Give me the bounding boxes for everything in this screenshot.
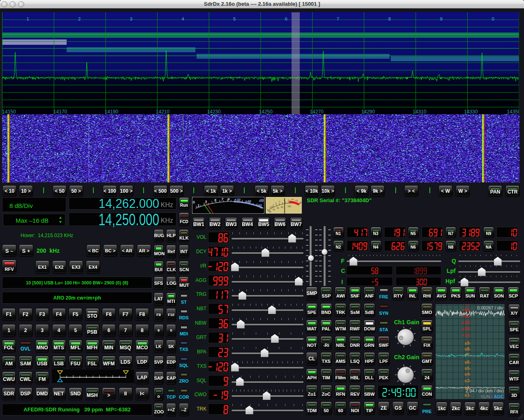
svg-text:1: 1 <box>26 16 29 21</box>
svg-text:40: 40 <box>273 208 275 211</box>
svg-text:s6-: s6- <box>464 360 471 365</box>
svg-text:+30-: +30- <box>462 320 471 325</box>
svg-text:8: 8 <box>388 16 391 21</box>
svg-text:S: S <box>192 200 195 204</box>
svg-text:2.94 / div (km / div): 2.94 / div (km / div) <box>466 388 504 393</box>
svg-text:+60: +60 <box>256 203 262 208</box>
svg-text:+20-: +20- <box>462 326 471 331</box>
svg-text:SUN / AGC: SUN / AGC <box>480 394 504 399</box>
svg-text:14150: 14150 <box>2 109 16 114</box>
svg-text:100: 100 <box>288 205 291 208</box>
svg-text:20: 20 <box>269 210 271 213</box>
svg-text:1: 1 <box>197 203 199 208</box>
svg-text:5: 5 <box>233 16 236 21</box>
svg-text:9: 9 <box>440 16 443 21</box>
svg-text:80: 80 <box>281 206 283 208</box>
svg-text:2: 2 <box>78 16 81 21</box>
svg-text:+10-: +10- <box>462 333 471 338</box>
svg-text:14310: 14310 <box>413 109 427 114</box>
svg-text:+40: +40 <box>245 199 251 203</box>
svg-text:14250: 14250 <box>259 109 273 114</box>
svg-text:7: 7 <box>336 16 339 21</box>
svg-text:14210: 14210 <box>156 109 170 114</box>
svg-text:s5-: s5- <box>464 366 471 371</box>
svg-text:14230: 14230 <box>207 109 221 114</box>
svg-text:s8-: s8- <box>464 346 471 351</box>
svg-text:s9-: s9- <box>464 341 471 346</box>
svg-text:14190: 14190 <box>104 109 118 114</box>
svg-text:+60-: +60- <box>462 304 471 306</box>
svg-text:6: 6 <box>285 16 288 21</box>
svg-text:14330: 14330 <box>464 109 478 114</box>
svg-text:4: 4 <box>181 16 184 21</box>
svg-text:14270: 14270 <box>310 109 324 114</box>
svg-text:14170: 14170 <box>53 109 67 114</box>
svg-text:9: 9 <box>227 197 230 201</box>
svg-text:dB: dB <box>259 198 264 203</box>
svg-text:14290: 14290 <box>361 109 375 114</box>
svg-text:60: 60 <box>277 207 279 209</box>
svg-text:0.00267 / div: 0.00267 / div <box>477 305 503 310</box>
svg-text:+3: +3 <box>299 201 302 204</box>
svg-text:14350: 14350 <box>507 109 519 114</box>
svg-text:+20: +20 <box>234 198 241 202</box>
svg-text:3: 3 <box>130 16 132 21</box>
svg-text:s4-: s4- <box>464 372 471 376</box>
svg-text:+1: +1 <box>291 198 294 201</box>
svg-text:s3-: s3- <box>464 378 471 383</box>
svg-text:+2: +2 <box>295 199 298 202</box>
svg-text:0: 0 <box>492 16 494 21</box>
